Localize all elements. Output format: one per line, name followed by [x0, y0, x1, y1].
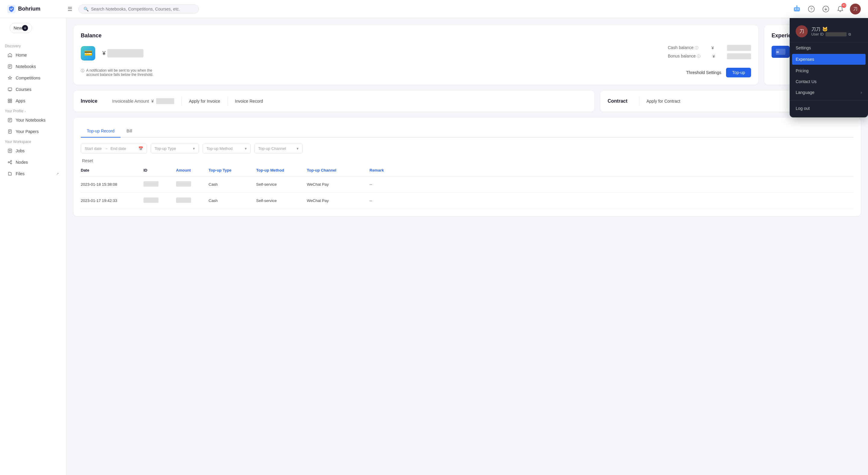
header: Bohrium ☰ 🔍 ? [0, 0, 868, 18]
dropdown-item-expenses[interactable]: Expenses [792, 54, 866, 65]
td-remark-2: -- [370, 198, 400, 203]
dropdown-divider [789, 100, 868, 101]
competitions-icon [7, 75, 13, 81]
tabs-row: Top-up Record Bill [81, 125, 854, 138]
invoice-title: Invoice [81, 98, 105, 104]
invoice-currency: ¥ [151, 99, 154, 104]
apply-contract-button[interactable]: Apply for Contract [647, 99, 680, 104]
bonus-amount-blur [727, 53, 751, 59]
header-right: ? 43 刀 [792, 4, 861, 14]
dropdown-user-info: 刀刀 🐱 User ID ⧉ [811, 27, 851, 36]
apply-invoice-button[interactable]: Apply for Invoice [189, 99, 220, 104]
top-cards-row: Balance 💳 ¥ Cash balance ⓘ [73, 25, 861, 84]
sidebar-item-home[interactable]: Home [2, 49, 64, 61]
dropdown-item-logout[interactable]: Log out [789, 103, 868, 114]
balance-card: Balance 💳 ¥ Cash balance ⓘ [73, 25, 758, 84]
topup-button[interactable]: Top-up [726, 68, 751, 77]
svg-rect-15 [8, 118, 12, 122]
balance-details: Cash balance ⓘ ¥ Bonus balance ⓘ ¥ [668, 45, 751, 62]
invoice-record-button[interactable]: Invoice Record [235, 99, 263, 104]
svg-text:?: ? [810, 7, 812, 11]
td-method-2: Self-service [256, 198, 304, 203]
apps-label: Apps [16, 98, 25, 103]
sidebar-item-your-notebooks[interactable]: Your Notebooks [2, 114, 64, 126]
sidebar-item-competitions[interactable]: Competitions [2, 72, 64, 84]
notification-badge: 43 [841, 3, 846, 8]
download-icon[interactable] [821, 4, 831, 14]
cash-amount-blur [727, 45, 751, 51]
dropdown-item-settings[interactable]: Settings [789, 42, 868, 53]
dropdown-item-contact-us[interactable]: Contact Us [789, 76, 868, 87]
svg-rect-11 [8, 99, 10, 101]
search-bar[interactable]: 🔍 [79, 4, 199, 13]
topup-record-card: Top-up Record Bill Start date → End date… [73, 118, 861, 216]
date-range-filter[interactable]: Start date → End date 📅 [81, 144, 147, 154]
sidebar-item-notebooks[interactable]: Notebooks [2, 61, 64, 72]
new-label: New [13, 26, 22, 30]
your-profile-section[interactable]: Your Profile › [0, 107, 66, 114]
th-date: Date [81, 168, 141, 172]
dropdown-item-pricing[interactable]: Pricing [789, 65, 868, 76]
language-chevron-icon: › [861, 90, 862, 95]
sidebar-item-courses[interactable]: Courses [2, 84, 64, 95]
table-row: 2023-01-17 19:42:33 Cash Self-service We… [81, 193, 854, 209]
dropdown-item-language[interactable]: Language › [789, 87, 868, 98]
search-icon: 🔍 [84, 7, 89, 11]
td-type-2: Cash [209, 198, 254, 203]
competitions-label: Competitions [16, 75, 40, 80]
help-icon[interactable]: ? [807, 4, 816, 14]
bonus-balance-row: Bonus balance ⓘ ¥ [668, 53, 751, 59]
sidebar-item-apps[interactable]: Apps [2, 95, 64, 107]
cash-balance-row: Cash balance ⓘ ¥ [668, 45, 751, 51]
filters-row: Start date → End date 📅 Top-up Type ▾ To… [81, 144, 854, 154]
reset-button[interactable]: Reset [81, 157, 94, 164]
invoice-contract-row: Invoice Invoiceable Amount ¥ Apply for I… [73, 91, 861, 112]
svg-rect-10 [8, 88, 12, 91]
svg-rect-9 [8, 65, 12, 68]
new-button[interactable]: New + [10, 23, 32, 33]
svg-point-5 [797, 5, 798, 6]
nodes-label: Nodes [16, 160, 28, 165]
sidebar-item-jobs[interactable]: Jobs [2, 145, 64, 157]
your-papers-label: Your Papers [16, 129, 39, 134]
exp-card-image [772, 46, 789, 58]
threshold-settings-button[interactable]: Threshold Settings [686, 70, 721, 75]
topup-type-filter[interactable]: Top-up Type ▾ [151, 144, 199, 154]
bonus-balance-label: Bonus balance ⓘ [668, 54, 701, 59]
files-label: Files [16, 171, 25, 176]
topup-method-filter[interactable]: Top-up Method ▾ [203, 144, 251, 154]
th-remark: Remark [370, 168, 400, 172]
topup-channel-filter[interactable]: Top-up Channel ▾ [254, 144, 303, 154]
bot-icon[interactable] [792, 4, 802, 14]
th-amount: Amount [176, 168, 206, 172]
your-profile-label: Your Profile [5, 109, 24, 113]
dropdown-username: 刀刀 🐱 [811, 27, 851, 32]
svg-rect-12 [10, 99, 12, 101]
td-type-1: Cash [209, 182, 254, 186]
balance-icon: 💳 [81, 46, 95, 61]
sidebar-item-your-papers[interactable]: Your Papers [2, 126, 64, 137]
bonus-currency: ¥ [712, 54, 715, 59]
svg-rect-13 [8, 101, 10, 103]
home-label: Home [16, 53, 27, 58]
tab-bill[interactable]: Bill [121, 125, 138, 138]
balance-amount-blur [107, 49, 144, 58]
discovery-section-label: Discovery [0, 41, 66, 49]
svg-rect-17 [8, 149, 12, 152]
topup-method-placeholder: Top-up Method [207, 146, 233, 151]
search-input[interactable] [91, 7, 194, 11]
invoice-divider [181, 97, 182, 106]
sidebar-item-nodes[interactable]: Nodes [2, 157, 64, 168]
notification-icon[interactable]: 43 [835, 4, 845, 14]
end-date-label: End date [110, 146, 126, 151]
menu-button[interactable]: ☰ [66, 4, 73, 13]
th-topup-method: Top-up Method [256, 168, 304, 172]
chevron-down-icon2: ▾ [245, 146, 247, 151]
dropdown-header: 刀 刀刀 🐱 User ID ⧉ [789, 22, 868, 42]
avatar[interactable]: 刀 [850, 4, 861, 14]
notebooks-icon [7, 64, 13, 69]
date-arrow-icon: → [104, 146, 108, 151]
tab-topup-record[interactable]: Top-up Record [81, 125, 121, 138]
sidebar-item-files[interactable]: Files ↗ [2, 168, 64, 179]
copy-icon[interactable]: ⧉ [848, 32, 851, 36]
